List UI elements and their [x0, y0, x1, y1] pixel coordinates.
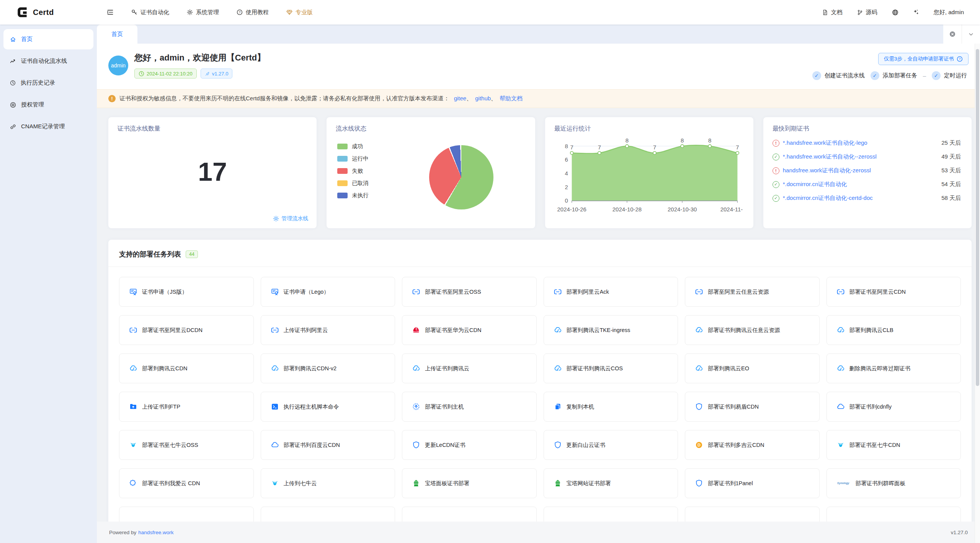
task-card[interactable]: 部署证书至七牛云OSS: [119, 430, 254, 460]
nav-item-tutorial[interactable]: ?使用教程: [237, 9, 269, 16]
task-card-partial[interactable]: [685, 507, 820, 522]
sidebar-item-pipelines[interactable]: 证书自动化流水线: [3, 51, 93, 71]
task-card[interactable]: 部署证书至阿里云OSS: [402, 277, 537, 307]
link-icon: [10, 124, 16, 130]
version-tag: v1.27.0: [201, 69, 233, 79]
task-card[interactable]: 证书申请（Lego）: [261, 277, 395, 307]
tab-menu-chevron-button[interactable]: [962, 25, 980, 44]
task-card[interactable]: 部署证书到1Panel: [685, 468, 820, 498]
task-card[interactable]: 部署证书至阿里云DCDN: [119, 315, 254, 345]
setup-step: ✓添加部署任务: [871, 71, 917, 80]
nav-item-system-management[interactable]: 系统管理: [187, 9, 219, 16]
banner-links: gitee、github、帮助文档: [451, 95, 523, 102]
svg-text:7: 7: [570, 144, 573, 150]
tencent-icon: [695, 365, 703, 372]
quick-guide-button[interactable]: 仅需3步，全自动申请部署证书 ?: [878, 53, 969, 65]
task-card[interactable]: 部署证书到cdnfly: [826, 392, 961, 422]
task-card[interactable]: 部署证书至华为云CDN: [402, 315, 537, 345]
nav-item-pro-edition[interactable]: 专业版: [286, 9, 313, 16]
task-card-partial[interactable]: [402, 507, 537, 522]
task-card[interactable]: 部署到腾讯云CDN: [119, 353, 254, 383]
task-card[interactable]: 部署证书到易盾CDN: [685, 392, 820, 422]
sidebar-item-history[interactable]: 执行历史记录: [3, 73, 93, 93]
scrollbar-thumb[interactable]: [976, 49, 979, 386]
key-icon: [131, 9, 137, 15]
task-card[interactable]: 更新白山云证书: [544, 430, 678, 460]
task-card[interactable]: 证书申请（JS版）: [119, 277, 254, 307]
chevron-down-icon: [968, 31, 974, 37]
manage-pipelines-label: 管理流水线: [281, 215, 308, 222]
expiring-cert-link[interactable]: *.docmirror.cn证书自动化: [783, 181, 938, 188]
shield-icon: [412, 441, 420, 449]
expiring-cert-link[interactable]: *.handsfree.work证书自动化-lego: [783, 139, 938, 147]
task-card[interactable]: 部署证书至阿里云CDN: [826, 277, 961, 307]
collapse-sidebar-button[interactable]: [107, 9, 114, 16]
task-card[interactable]: 删除腾讯云即将过期证书: [826, 353, 961, 383]
task-card[interactable]: 部署证书到腾讯云COS: [544, 353, 678, 383]
task-card[interactable]: 部署到腾讯云TKE-ingress: [544, 315, 678, 345]
pipeline-status-title: 流水线状态: [336, 125, 526, 133]
sidebar-item-home[interactable]: 首页: [3, 29, 93, 49]
task-card[interactable]: 宝塔网站证书部署: [544, 468, 678, 498]
task-card-partial[interactable]: [261, 507, 395, 522]
tencent-icon: [837, 326, 844, 334]
shield-icon: [695, 403, 703, 411]
tencent-icon: [129, 365, 137, 372]
expiring-cert-link[interactable]: handsfree.work证书自动化-zerossl: [783, 167, 938, 174]
task-card[interactable]: 上传证书到阿里云: [261, 315, 395, 345]
task-card[interactable]: 部署证书到我爱云 CDN: [119, 468, 254, 498]
task-card[interactable]: 部署证书到腾讯云任意云资源: [685, 315, 820, 345]
banner-link[interactable]: 帮助文档: [500, 95, 523, 101]
expiring-cert-link[interactable]: *.handsfree.work证书自动化--zerossl: [783, 153, 938, 160]
task-card-partial[interactable]: [119, 507, 254, 522]
svg-text:D: D: [697, 443, 701, 447]
nav-theme-button[interactable]: [913, 9, 919, 15]
nav-user-menu[interactable]: 您好, admin: [934, 9, 964, 16]
task-card[interactable]: 上传证书到腾讯云: [402, 353, 537, 383]
task-card[interactable]: 宝塔面板证书部署: [402, 468, 537, 498]
cert-icon: [271, 288, 279, 296]
main-content: admin 您好，admin，欢迎使用【Certd】 2024-11-02 22…: [97, 44, 980, 522]
nav-item-docs[interactable]: 文档: [822, 9, 843, 16]
tencent-icon: [554, 365, 562, 372]
task-card[interactable]: 部署证书到主机: [402, 392, 537, 422]
task-card[interactable]: 部署到阿里云Ack: [544, 277, 678, 307]
task-card[interactable]: Synology部署证书到群晖面板: [826, 468, 961, 498]
banner-link[interactable]: gitee: [454, 95, 467, 101]
warning-circle-icon: !: [773, 167, 779, 174]
tab-home[interactable]: 首页: [97, 25, 137, 44]
legend-swatch: [337, 180, 348, 186]
task-card[interactable]: 复制到本机: [544, 392, 678, 422]
shield-icon: [554, 441, 562, 449]
task-card[interactable]: 更新LeCDN证书: [402, 430, 537, 460]
task-card[interactable]: 上传到七牛云: [261, 468, 395, 498]
task-card[interactable]: 部署证书到百度云CDN: [261, 430, 395, 460]
sidebar-item-cname[interactable]: CNAME记录管理: [3, 116, 93, 137]
task-card[interactable]: 部署证书至七牛CDN: [826, 430, 961, 460]
tencent-icon: [554, 326, 562, 334]
close-all-tabs-button[interactable]: [943, 25, 962, 44]
sidebar-item-auth[interactable]: 授权管理: [3, 95, 93, 115]
task-card[interactable]: 部署到腾讯云EO: [685, 353, 820, 383]
nav-item-cert-automation[interactable]: 证书自动化: [131, 9, 169, 16]
task-card-partial[interactable]: [826, 507, 961, 522]
task-card[interactable]: D部署证书到多吉云CDN: [685, 430, 820, 460]
task-label: 部署证书到腾讯云任意云资源: [708, 327, 780, 334]
clock-icon: [139, 71, 144, 77]
task-card-partial[interactable]: [544, 507, 678, 522]
task-card[interactable]: 部署到腾讯云CDN-v2: [261, 353, 395, 383]
task-card[interactable]: 上传证书到FTP: [119, 392, 254, 422]
expiring-cert-link[interactable]: *.docmirror.cn证书自动化-certd-doc: [783, 195, 938, 202]
handsfree-link[interactable]: handsfree.work: [138, 530, 173, 535]
banner-link[interactable]: github: [475, 95, 491, 101]
nav-item-source[interactable]: 源码: [857, 9, 877, 16]
task-card[interactable]: 部署到腾讯云CLB: [826, 315, 961, 345]
nav-language-button[interactable]: [892, 9, 898, 16]
success-circle-icon: ✓: [773, 154, 779, 160]
manage-pipelines-link[interactable]: 管理流水线: [273, 215, 308, 222]
check-icon: ✓: [812, 71, 821, 80]
banner-link-separator: 、: [466, 95, 472, 101]
step-separator: –: [923, 72, 926, 79]
task-card[interactable]: 执行远程主机脚本命令: [261, 392, 395, 422]
task-card[interactable]: 部署至阿里云任意云资源: [685, 277, 820, 307]
